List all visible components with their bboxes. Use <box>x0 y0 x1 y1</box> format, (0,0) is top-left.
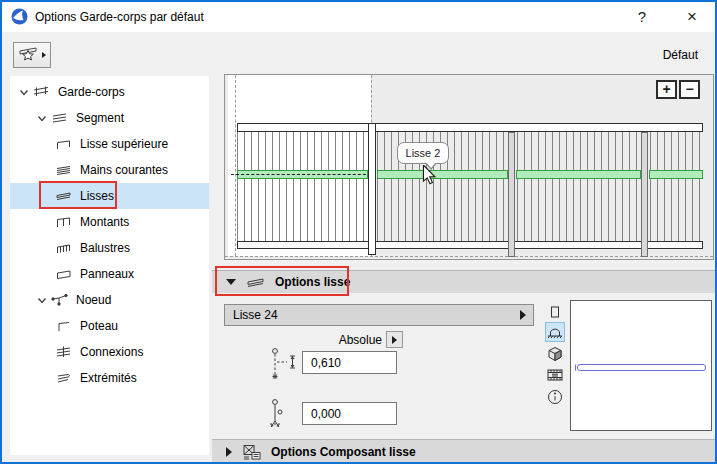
sidebar-item-label: Montants <box>80 215 129 229</box>
tree-chevron-icon[interactable] <box>16 88 32 97</box>
view-mode-info-icon[interactable] <box>545 387 565 407</box>
sidebar-item-label: Segment <box>76 111 124 125</box>
options-lisse-header[interactable]: Options lisse <box>212 270 717 293</box>
sidebar-item-label: Balustres <box>80 241 130 255</box>
sidebar-item-segment[interactable]: Segment <box>10 105 209 131</box>
railing-default-settings-dialog: Options Garde-corps par défaut ? × Défau… <box>0 0 717 464</box>
help-button[interactable]: ? <box>625 2 659 32</box>
dialog-title: Options Garde-corps par défaut <box>35 10 204 24</box>
component-tree: Garde-corpsSegmentLisse supérieureMains … <box>10 76 209 455</box>
default-label: Défaut <box>663 48 698 62</box>
post-drawing <box>508 132 515 257</box>
favorites-icon <box>18 45 40 65</box>
collapse-arrow-icon <box>226 279 236 285</box>
sidebar-item-noeud[interactable]: Noeud <box>10 287 209 313</box>
archicad-logo-icon <box>11 8 28 28</box>
popup-arrow-icon <box>520 310 526 320</box>
expand-arrow-icon <box>226 447 232 457</box>
baseline-dash <box>225 256 713 257</box>
rail-profile-select[interactable]: Lisse 24 <box>224 304 534 326</box>
tree-chevron-icon[interactable] <box>34 296 50 305</box>
tree-chevron-icon[interactable] <box>34 114 50 123</box>
sidebar-item-label: Lisse supérieure <box>80 137 168 151</box>
handrail-icon <box>54 163 74 177</box>
options-composant-header[interactable]: Options Composant lisse <box>212 439 717 464</box>
top-rail-drawing <box>237 123 703 132</box>
view-mode-model-3d-icon[interactable] <box>545 344 565 364</box>
zoom-out-button[interactable]: − <box>679 80 700 99</box>
sidebar-item-panneaux[interactable]: Panneaux <box>10 261 209 287</box>
highlighted-rail-segment <box>649 170 703 179</box>
connections-icon <box>54 345 74 359</box>
highlighted-rail-segment <box>377 170 508 179</box>
ends-icon <box>54 371 74 385</box>
sidebar-item-balustres[interactable]: Balustres <box>10 235 209 261</box>
sidebar-item-lisse-superieure[interactable]: Lisse supérieure <box>10 131 209 157</box>
rail-profile-drawing <box>577 364 706 371</box>
flyout-arrow-icon <box>42 52 46 58</box>
view-mode-plan-symbol-icon[interactable] <box>545 302 565 322</box>
view-mode-animation-icon[interactable] <box>545 365 565 385</box>
sidebar-item-montants[interactable]: Montants <box>10 209 209 235</box>
railing-icon <box>32 85 52 99</box>
height-mode-label: Absolue <box>292 333 382 347</box>
sidebar-item-garde-corps[interactable]: Garde-corps <box>10 79 209 105</box>
rail-selection-dash <box>231 174 371 175</box>
top-rail-icon <box>54 137 74 151</box>
component-settings-icon <box>242 443 262 461</box>
rail-profile-value: Lisse 24 <box>233 308 520 322</box>
sidebar-item-label: Panneaux <box>80 267 134 281</box>
railing-preview[interactable]: Lisse 2 + − <box>224 74 714 260</box>
segment-boundary-dash <box>235 75 236 256</box>
popup-arrow-icon <box>392 336 397 344</box>
rails-icon <box>54 189 74 203</box>
sidebar-item-label: Lisses <box>80 189 114 203</box>
favorites-button[interactable] <box>13 42 51 68</box>
mouse-cursor-icon <box>421 165 437 188</box>
bottom-rail-drawing <box>237 241 703 249</box>
elevation-top-offset-icon <box>268 347 298 386</box>
sidebar-item-extremites[interactable]: Extrémités <box>10 365 209 391</box>
top-offset-input[interactable] <box>302 351 397 374</box>
bottom-offset-input[interactable] <box>302 402 397 425</box>
post-icon <box>54 319 74 333</box>
options-composant-title: Options Composant lisse <box>271 445 416 459</box>
view-mode-elevation-icon[interactable] <box>545 322 565 342</box>
elevation-bottom-offset-icon <box>268 398 294 435</box>
sidebar-item-label: Connexions <box>80 345 143 359</box>
balusters-icon <box>54 241 74 255</box>
sidebar-item-connexions[interactable]: Connexions <box>10 339 209 365</box>
panels-icon <box>54 267 74 281</box>
highlighted-rail-segment <box>516 170 641 179</box>
sidebar-item-label: Mains courantes <box>80 163 168 177</box>
height-mode-button[interactable] <box>386 331 403 348</box>
sidebar-item-label: Poteau <box>80 319 118 333</box>
sidebar-item-label: Noeud <box>76 293 111 307</box>
inner-posts-icon <box>54 215 74 229</box>
options-lisse-title: Options lisse <box>275 275 350 289</box>
sidebar-item-label: Extrémités <box>80 371 137 385</box>
post-drawing <box>641 132 648 257</box>
sidebar-item-poteau[interactable]: Poteau <box>10 313 209 339</box>
close-button[interactable]: × <box>675 2 709 32</box>
zoom-in-button[interactable]: + <box>656 80 677 99</box>
titlebar: Options Garde-corps par défaut ? × <box>2 2 715 32</box>
post-drawing <box>368 123 376 255</box>
sidebar-item-label: Garde-corps <box>58 85 125 99</box>
rail-elevation-preview <box>570 300 712 431</box>
rail-tooltip: Lisse 2 <box>397 142 449 164</box>
balusters-drawing <box>237 132 703 241</box>
sidebar-item-mains-courantes[interactable]: Mains courantes <box>10 157 209 183</box>
segment-icon <box>50 111 70 125</box>
node-icon <box>50 293 70 307</box>
sidebar-item-lisses[interactable]: Lisses <box>10 183 209 209</box>
lisse-icon <box>246 275 266 290</box>
